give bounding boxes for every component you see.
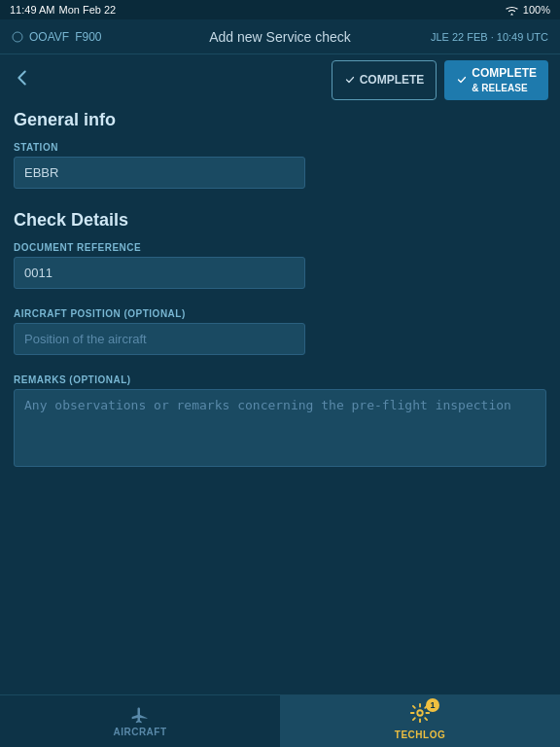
station-input[interactable]	[14, 157, 305, 189]
aircraft-position-group: AIRCRAFT POSITION (OPTIONAL)	[14, 308, 546, 369]
content-area: General info STATION Check Details DOCUM…	[0, 110, 560, 471]
check-details-title: Check Details	[14, 210, 546, 231]
remarks-group: REMARKS (OPTIONAL)	[14, 374, 546, 471]
nav-title: Add new Service check	[209, 29, 351, 45]
back-button[interactable]	[12, 67, 33, 93]
aircraft-small-icon	[12, 31, 23, 43]
check-icon	[344, 74, 356, 86]
tab-bar: AIRCRAFT 1 TECHLOG	[0, 694, 560, 747]
time-display: 11:49 AM	[10, 4, 54, 16]
aircraft-position-label: AIRCRAFT POSITION (OPTIONAL)	[14, 308, 546, 319]
svg-point-0	[13, 32, 22, 42]
general-info-title: General info	[14, 110, 546, 130]
check-details-section: Check Details DOCUMENT REFERENCE AIRCRAF…	[14, 210, 546, 471]
battery-display: 100%	[523, 4, 550, 16]
station-label: STATION	[14, 142, 546, 153]
date-display: Mon Feb 22	[58, 4, 116, 16]
aircraft-tab-label: AIRCRAFT	[113, 727, 166, 737]
techlog-icon-badge: 1	[408, 702, 432, 728]
document-ref-group: DOCUMENT REFERENCE	[14, 242, 546, 302]
techlog-tab-label: TECHLOG	[395, 729, 445, 740]
tab-techlog[interactable]: 1 TECHLOG	[280, 695, 560, 747]
check-icon-release	[456, 74, 468, 86]
nav-bar: OOAVF F900 Add new Service check JLE 22 …	[0, 19, 560, 54]
flight-info: JLE 22 FEB · 10:49 UTC	[431, 31, 548, 43]
status-bar-right: 100%	[505, 4, 550, 16]
techlog-badge: 1	[426, 698, 439, 712]
status-bar-left: 11:49 AM Mon Feb 22	[10, 4, 116, 16]
document-ref-input[interactable]	[14, 257, 305, 289]
aircraft-model: F900	[75, 30, 101, 44]
status-bar: 11:49 AM Mon Feb 22 100%	[0, 0, 560, 19]
svg-point-1	[417, 710, 423, 716]
plane-icon	[128, 705, 152, 725]
document-ref-label: DOCUMENT REFERENCE	[14, 242, 546, 253]
tab-aircraft[interactable]: AIRCRAFT	[0, 695, 280, 747]
aircraft-position-input[interactable]	[14, 323, 305, 355]
station-field-group: STATION	[14, 142, 546, 202]
wifi-icon	[505, 5, 519, 16]
aircraft-info: OOAVF F900	[12, 30, 101, 44]
complete-button[interactable]: COMPLETE	[332, 60, 438, 100]
remarks-textarea[interactable]	[14, 389, 546, 467]
complete-release-button[interactable]: COMPLETE & RELEASE	[444, 60, 548, 100]
remarks-label: REMARKS (OPTIONAL)	[14, 374, 546, 385]
aircraft-code: OOAVF	[29, 30, 69, 44]
general-info-section: General info STATION	[14, 110, 546, 202]
